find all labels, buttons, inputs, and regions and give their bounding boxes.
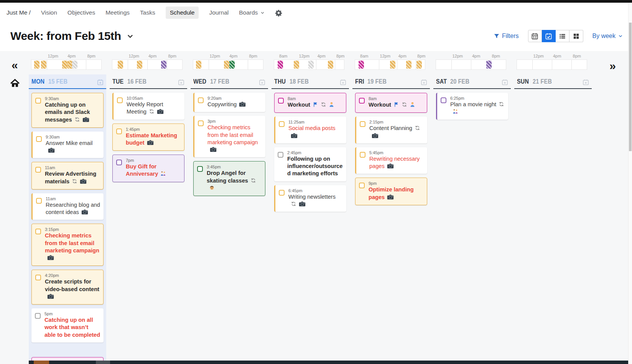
- timeline-track: [112, 59, 183, 70]
- task-checkbox[interactable]: [197, 166, 203, 172]
- task-title: Writing newsletters: [288, 193, 343, 208]
- task-card[interactable]: 4:20pmCreate scripts for video-based con…: [31, 270, 104, 305]
- add-task-calendar-icon[interactable]: [178, 79, 184, 85]
- task-card[interactable]: 3:45pmDrop Angel for skating classes: [193, 161, 265, 196]
- task-list: 8amWorkout2:15pmContent Planning5:45pmRe…: [352, 89, 430, 208]
- calendar-view-button[interactable]: [528, 30, 542, 42]
- period-selector[interactable]: By week: [592, 33, 623, 40]
- board-view-button[interactable]: [569, 30, 583, 42]
- title-chevron-down-icon[interactable]: [127, 33, 134, 40]
- task-card[interactable]: 9:30amAnswer Mike email: [31, 132, 104, 158]
- task-checkbox[interactable]: [35, 167, 41, 173]
- task-card[interactable]: 11:25amSocial media posts: [274, 117, 346, 143]
- task-card[interactable]: 8amWorkout: [274, 93, 346, 113]
- task-card[interactable]: 1:45pmEstimate Marketing budget: [112, 124, 184, 151]
- nav-item-objectives[interactable]: Objectives: [67, 9, 95, 16]
- day-body: WED17 FEB9:20amCopywriting3pmChecking me…: [191, 74, 268, 364]
- task-card[interactable]: 8amWorkout: [355, 93, 427, 113]
- planner-view-button[interactable]: [542, 30, 556, 42]
- vertical-scrollbar[interactable]: [628, 3, 632, 364]
- task-checkbox[interactable]: [198, 120, 204, 126]
- task-card[interactable]: 5pmCatching up on all work that wasn’t a…: [31, 308, 104, 343]
- recurring-icon: [321, 102, 326, 108]
- task-checkbox[interactable]: [278, 152, 283, 158]
- list-view-button[interactable]: [556, 30, 569, 42]
- task-card[interactable]: 6:25pmPlan a movie night: [436, 93, 508, 120]
- nav-item-meetings[interactable]: Meetings: [105, 9, 130, 16]
- previous-week-button[interactable]: «: [12, 59, 18, 71]
- task-checkbox[interactable]: [359, 98, 365, 104]
- task-checkbox[interactable]: [359, 183, 365, 188]
- task-card[interactable]: 7pmBuy Gift for Anniversary: [112, 155, 184, 182]
- timeline-task-bar: [34, 61, 40, 69]
- task-checkbox[interactable]: [35, 275, 41, 280]
- task-checkbox[interactable]: [360, 121, 365, 127]
- task-checkbox[interactable]: [279, 190, 285, 196]
- next-week-button[interactable]: »: [609, 60, 616, 72]
- recurring-icon: [415, 125, 420, 131]
- task-card[interactable]: 3:15pmChecking metrics from the last ema…: [31, 224, 104, 266]
- day-date: 15 FEB: [48, 78, 67, 86]
- task-title: Following up on influencer/outsourced ma…: [287, 155, 343, 178]
- task-checkbox[interactable]: [198, 97, 204, 103]
- calendar-check-icon: [545, 33, 552, 40]
- timeline-task-bar: [328, 61, 333, 69]
- task-card[interactable]: 9pmOptimize landing pages: [355, 178, 427, 205]
- home-icon[interactable]: [10, 79, 20, 88]
- period-selector-label: By week: [592, 33, 616, 40]
- task-checkbox[interactable]: [36, 198, 42, 204]
- task-checkbox[interactable]: [360, 152, 365, 158]
- task-title: Catching up on all work that wasn’t able…: [44, 316, 100, 339]
- camera-icon: [157, 109, 164, 115]
- task-card[interactable]: 3pmChecking metrics from the last email …: [193, 116, 265, 157]
- task-checkbox[interactable]: [116, 160, 122, 165]
- task-card[interactable]: 11amReview Advertising materials: [31, 162, 104, 189]
- task-list: [514, 89, 592, 96]
- nav-item-schedule[interactable]: Schedule: [166, 7, 199, 19]
- task-checkbox[interactable]: [116, 128, 122, 134]
- task-title: Checking metrics from the last email mar…: [45, 232, 100, 262]
- camera-icon: [82, 117, 89, 123]
- camera-icon: [47, 293, 54, 300]
- timeline-hour-label: 8pm: [168, 54, 176, 58]
- add-task-calendar-icon[interactable]: [97, 79, 104, 85]
- workspace-label[interactable]: Just Me /: [7, 9, 31, 16]
- timeline-hour-label: 8pm: [492, 54, 500, 58]
- task-card[interactable]: 11amResearching blog and content ideas: [31, 193, 104, 220]
- task-card[interactable]: 10:05amWeekly Report Meeting: [112, 93, 184, 120]
- nav-item-vision[interactable]: Vision: [41, 9, 57, 16]
- task-card[interactable]: 2:15pmContent Planning: [355, 117, 427, 143]
- task-card[interactable]: 5:45pmRewriting necessary pages: [355, 147, 427, 174]
- nav-item-boards[interactable]: Boards: [239, 9, 264, 16]
- day-header-thu: THU18 FEB: [272, 74, 349, 89]
- add-task-calendar-icon[interactable]: [259, 79, 265, 85]
- day-column-sun: 12pm4pm8pmSUN21 FEB: [514, 53, 592, 364]
- nav-items: VisionObjectivesMeetingsTasksScheduleJou…: [41, 7, 265, 19]
- task-time: 11am: [45, 165, 100, 170]
- task-checkbox[interactable]: [117, 97, 123, 103]
- timeline-hour-label: 4pm: [67, 54, 76, 58]
- day-column-tue: 12pm4pm8pmTUE16 FEB10:05amWeekly Report …: [110, 53, 187, 364]
- nav-item-tasks[interactable]: Tasks: [140, 9, 155, 16]
- timeline-track: [274, 59, 344, 70]
- task-checkbox[interactable]: [35, 313, 41, 319]
- add-task-calendar-icon[interactable]: [421, 79, 427, 85]
- task-checkbox[interactable]: [278, 98, 284, 104]
- settings-gear-icon[interactable]: [275, 9, 282, 16]
- filters-button[interactable]: Filters: [494, 33, 519, 40]
- nav-item-journal[interactable]: Journal: [209, 9, 229, 16]
- task-card[interactable]: 6:45pmWriting newsletters: [274, 185, 346, 212]
- task-checkbox[interactable]: [441, 97, 446, 103]
- add-task-calendar-icon[interactable]: [502, 79, 508, 85]
- scrollbar-thumb[interactable]: [629, 23, 632, 151]
- add-task-calendar-icon[interactable]: [583, 79, 589, 85]
- task-card[interactable]: 9:20amCopywriting: [193, 93, 265, 112]
- task-card[interactable]: 2:45pmFollowing up on influencer/outsour…: [274, 147, 346, 181]
- task-checkbox[interactable]: [35, 98, 41, 104]
- task-checkbox[interactable]: [279, 121, 285, 127]
- add-task-calendar-icon[interactable]: [340, 79, 346, 85]
- task-checkbox[interactable]: [36, 136, 42, 142]
- man-icon: [329, 102, 334, 108]
- task-card[interactable]: 9:30amCatching up on emails and Slack me…: [31, 93, 104, 128]
- task-checkbox[interactable]: [35, 229, 41, 234]
